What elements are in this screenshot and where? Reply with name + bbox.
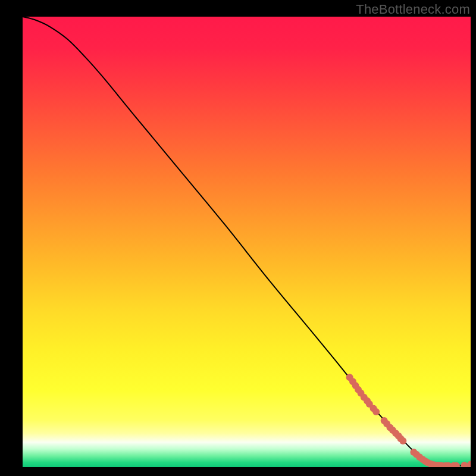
data-marker [372, 408, 380, 415]
chart-frame: TheBottleneck.com [0, 0, 476, 476]
bottleneck-chart [23, 17, 471, 467]
gradient-background [23, 17, 471, 467]
data-marker [399, 437, 406, 444]
watermark-text: TheBottleneck.com [356, 2, 470, 17]
